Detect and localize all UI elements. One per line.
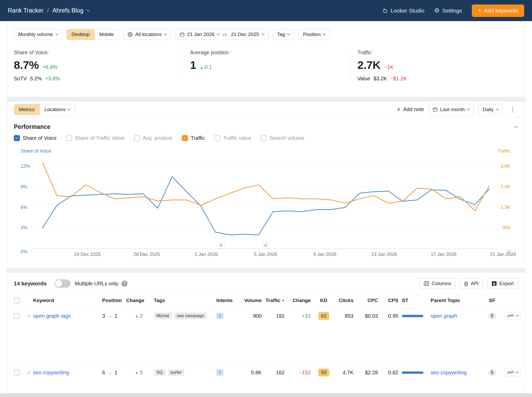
traffic-change-cell: +21	[288, 311, 314, 321]
header-traffic-change[interactable]: Change	[288, 298, 314, 303]
row-checkbox[interactable]	[14, 313, 20, 319]
keywords-count: 14 keywords	[14, 280, 47, 287]
locations-label: All locations	[135, 32, 162, 37]
header-volume[interactable]: Volume	[240, 298, 265, 303]
rank-check-icon: ✓	[23, 368, 33, 377]
chart-note-marker[interactable]: ⚙	[262, 242, 269, 249]
braces-icon: {}	[464, 281, 468, 286]
tag-chip[interactable]: seo campaign	[174, 312, 207, 319]
header-st[interactable]: ST	[402, 298, 431, 303]
tab-metrics[interactable]: Metrics	[14, 104, 39, 115]
help-icon[interactable]: ?	[121, 281, 127, 287]
parent-topic-link[interactable]: open graph	[431, 313, 457, 319]
tag-chip[interactable]: surfer	[168, 369, 184, 376]
keyword-link[interactable]: seo copywriting	[33, 370, 69, 376]
parent-topic-link[interactable]: seo copywriting	[431, 370, 467, 376]
position-dropdown[interactable]: Position	[298, 29, 330, 40]
header-traffic[interactable]: Traffic ▼	[265, 298, 288, 303]
keyword-link[interactable]: open graph tags	[33, 313, 71, 319]
device-mobile-button[interactable]: Mobile	[94, 29, 119, 40]
position-change-value: 2	[140, 313, 143, 319]
collapse-section-button[interactable]	[515, 125, 517, 130]
share-of-voice-value: 8.7%	[14, 59, 39, 71]
checkbox-traffic[interactable]: ✓ Traffic	[182, 135, 205, 141]
add-keywords-button[interactable]: + Add keywords	[472, 4, 524, 17]
intent-badge[interactable]: I	[216, 313, 223, 319]
row-checkbox[interactable]	[14, 370, 20, 375]
checkbox-avg-position[interactable]: Avg. position	[134, 135, 173, 141]
multiple-urls-toggle[interactable]	[54, 279, 71, 288]
header-cps[interactable]: CPS	[382, 298, 402, 303]
date-range-control[interactable]: 21 Jan 2026 vs. 21 Dec 2025	[175, 29, 268, 40]
looker-studio-button[interactable]: Looker Studio	[382, 8, 424, 14]
kd-badge: 59	[318, 369, 329, 376]
period-dropdown[interactable]: Last month	[428, 104, 474, 115]
header-cpc[interactable]: CPC	[357, 298, 382, 303]
right-axis-title: Traffic	[498, 148, 510, 154]
period-label: Last month	[440, 107, 465, 112]
columns-button[interactable]: Columns	[419, 278, 456, 289]
header-position[interactable]: Position	[102, 298, 126, 303]
tab-locations[interactable]: Locations	[39, 104, 75, 115]
checkbox-share-of-traffic-value[interactable]: Share of Traffic Value	[66, 135, 124, 141]
right-axis-tick: 3.8K	[501, 164, 510, 169]
add-note-button[interactable]: + Add note	[397, 106, 424, 113]
average-position-label: Average position	[190, 50, 229, 55]
traffic-value: 2.7K	[357, 59, 381, 71]
looker-studio-icon	[382, 8, 388, 14]
tag-dropdown[interactable]: Tag	[273, 29, 295, 40]
x-axis-tick: 21 Jan 2026	[490, 252, 516, 257]
cps-cell: 0.95	[382, 311, 402, 321]
cpc-cell: $0.03	[357, 311, 382, 321]
left-axis-tick: 3%	[21, 225, 27, 231]
select-all-checkbox[interactable]	[14, 298, 20, 303]
sotv-value: 5.2%	[30, 76, 42, 82]
header-keyword[interactable]: Keyword	[33, 298, 102, 303]
chevron-down-icon	[67, 107, 71, 111]
header-sf[interactable]: SF	[484, 298, 500, 303]
keywords-topbar: 14 keywords Multiple URLs only ? Columns…	[7, 273, 525, 294]
checkbox-search-volume[interactable]: Search volume	[261, 135, 304, 141]
average-position-change-value: 0.1	[205, 64, 212, 70]
performance-card: Metrics Locations + Add note Last month	[7, 101, 525, 268]
settings-button[interactable]: ⚙ Settings	[434, 7, 462, 14]
tag-chip[interactable]: SQ	[154, 369, 166, 376]
position-from: 6	[102, 370, 105, 376]
project-selector[interactable]: Ahrefs Blog	[52, 7, 83, 14]
metrics-label: Metrics	[19, 107, 35, 112]
top-navbar: Rank Tracker / Ahrefs Blog Looker Studio…	[0, 0, 532, 21]
position-history-button[interactable]	[504, 369, 521, 376]
position-label: Position	[303, 32, 321, 37]
sotv-change: +3.6%	[45, 76, 60, 82]
cps-cell: 0.82	[382, 368, 402, 377]
x-axis-tick: 9 Jan 2026	[313, 252, 336, 257]
locations-dropdown[interactable]: All locations	[123, 29, 171, 40]
checkbox-share-of-voice[interactable]: ✓ Share of Voice	[14, 135, 57, 141]
x-axis-tick: 1 Jan 2026	[194, 252, 218, 257]
kd-badge: 62	[318, 312, 329, 320]
horizontal-scrollbar[interactable]	[0, 393, 532, 397]
header-intents[interactable]: Intents	[216, 298, 240, 303]
header-parent-topic[interactable]: Parent Topic	[431, 298, 484, 303]
position-history-button[interactable]	[504, 312, 521, 320]
header-change[interactable]: Change	[126, 298, 154, 303]
intent-badge[interactable]: I	[216, 369, 223, 376]
granularity-dropdown[interactable]: Daily	[478, 104, 503, 115]
arrow-right-icon: →	[107, 370, 112, 376]
header-kd[interactable]: KD	[314, 298, 333, 303]
volume-dropdown[interactable]: Monthly volume	[14, 29, 62, 40]
section-gap	[7, 268, 525, 272]
tag-chip[interactable]: Michal	[154, 312, 172, 319]
header-tags[interactable]: Tags	[154, 298, 216, 303]
cpc-cell: $2.28	[357, 368, 382, 377]
header-clicks[interactable]: Clicks	[333, 298, 357, 303]
device-desktop-button[interactable]: Desktop	[67, 29, 94, 40]
api-button[interactable]: {} API	[460, 278, 483, 289]
rank-check-icon: ✓	[23, 311, 33, 321]
table-header: Keyword Position Change Tags Intents Vol…	[7, 294, 525, 306]
export-button[interactable]: Export	[487, 278, 518, 289]
metrics-toolbar: Metrics Locations + Add note Last month	[7, 101, 525, 118]
chart-note-marker[interactable]: ⚙	[218, 242, 225, 249]
checkbox-traffic-value[interactable]: Traffic value	[214, 135, 251, 141]
kebab-menu-icon[interactable]: ⋮	[507, 105, 518, 113]
